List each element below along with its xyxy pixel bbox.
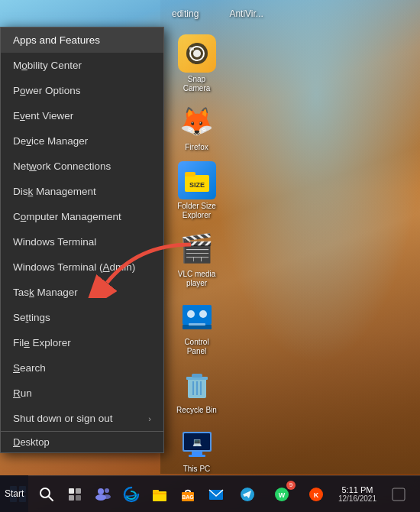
clock-date: 12/16/2021 [338, 494, 376, 503]
svg-text:W: W [279, 491, 286, 499]
edge-button[interactable] [119, 479, 144, 510]
folder-size-explorer-icon: SIZE [178, 161, 216, 199]
telegram-icon[interactable] [232, 479, 263, 510]
desktop-icon-vlc[interactable]: 🎬 VLC mediaplayer [168, 229, 225, 288]
firefox-label: Firefox [185, 143, 208, 152]
start-label: Start [0, 475, 28, 512]
shut-down-arrow: › [148, 414, 151, 423]
whatsapp-icon[interactable]: W 9 [267, 479, 297, 510]
svg-point-24 [40, 488, 50, 497]
context-menu: Apps and Features Mobility Center Power … [0, 27, 164, 453]
folder-size-explorer-label: Folder SizeExplorer [177, 202, 216, 220]
menu-item-shut-down[interactable]: Shut down or sign out › [1, 406, 163, 431]
menu-item-settings[interactable]: Settings [1, 305, 163, 330]
svg-rect-26 [69, 488, 74, 494]
menu-item-windows-terminal-admin[interactable]: Windows Terminal (Admin) [1, 254, 163, 280]
menu-item-task-manager[interactable]: Task Manager [1, 280, 163, 305]
menu-item-search[interactable]: Search [1, 355, 163, 381]
system-tray: W 9 K 5:11 PM 12/16/2021 [232, 479, 414, 510]
menu-item-network-connections[interactable]: Network Connections [1, 154, 163, 179]
menu-item-windows-terminal[interactable]: Windows Terminal [1, 229, 163, 254]
menu-item-event-viewer[interactable]: Event Viewer [1, 103, 163, 128]
menu-item-power-options[interactable]: Power Options [1, 78, 163, 103]
menu-item-desktop[interactable]: Desktop [1, 431, 163, 452]
svg-rect-35 [153, 490, 159, 493]
vlc-label: VLC mediaplayer [178, 270, 215, 288]
svg-point-9 [187, 310, 195, 318]
app-icon-1[interactable]: K [301, 479, 331, 510]
notification-center-button[interactable] [383, 479, 414, 510]
editing-text: editing [172, 8, 199, 19]
antivir-text: AntiVir... [229, 8, 263, 19]
notification-badge: 9 [286, 481, 296, 490]
svg-rect-5 [185, 172, 195, 177]
this-pc-label: This PC [183, 465, 211, 474]
menu-item-computer-management[interactable]: Computer Management [1, 204, 163, 229]
svg-text:💻: 💻 [192, 437, 202, 447]
desktop-icon-firefox[interactable]: 🦊 Firefox [168, 102, 225, 152]
clock-time: 5:11 PM [341, 485, 373, 494]
menu-item-disk-management[interactable]: Disk Management [1, 179, 163, 204]
menu-item-mobility-center[interactable]: Mobility Center [1, 53, 163, 78]
svg-rect-14 [192, 374, 202, 378]
svg-rect-28 [69, 495, 74, 501]
file-explorer-button[interactable] [147, 479, 173, 510]
store-button[interactable]: BAG [176, 479, 201, 510]
menu-item-apps-and-features[interactable]: Apps and Features [1, 28, 163, 53]
svg-point-2 [193, 50, 201, 57]
svg-text:SIZE: SIZE [189, 181, 204, 189]
firefox-icon: 🦊 [178, 102, 216, 141]
svg-rect-27 [76, 488, 81, 494]
desktop-icon-snap-camera[interactable]: SnapCamera [168, 34, 225, 93]
desktop-icon-recycle-bin[interactable]: Recycle Bin [168, 365, 225, 415]
this-pc-icon: 💻 [178, 424, 216, 462]
control-panel-label: ControlPanel [184, 338, 208, 356]
vlc-icon: 🎬 [178, 229, 216, 267]
desktop-icon-this-pc[interactable]: 💻 This PC [168, 424, 225, 474]
teams-button[interactable] [91, 479, 116, 510]
svg-rect-45 [393, 488, 405, 501]
system-clock[interactable]: 5:11 PM 12/16/2021 [335, 485, 380, 503]
taskbar: BAG W 9 K [0, 475, 420, 512]
menu-item-run[interactable]: Run [1, 381, 163, 406]
recycle-bin-label: Recycle Bin [176, 406, 217, 415]
svg-rect-7 [183, 305, 212, 325]
svg-rect-29 [76, 495, 81, 501]
svg-rect-11 [189, 323, 205, 326]
menu-item-file-explorer[interactable]: File Explorer [1, 330, 163, 355]
svg-point-10 [199, 310, 207, 318]
desktop-icons: SnapCamera 🦊 Firefox SIZE Folder SizeExp… [164, 31, 229, 478]
menu-item-device-manager[interactable]: Device Manager [1, 128, 163, 154]
svg-point-30 [98, 488, 104, 494]
mail-button[interactable] [204, 479, 229, 510]
snap-camera-label: SnapCamera [183, 75, 211, 93]
svg-rect-20 [189, 455, 205, 457]
top-text-area: editing AntiVir... [160, 0, 420, 27]
svg-point-33 [103, 494, 111, 499]
svg-text:BAG: BAG [183, 494, 195, 500]
svg-rect-3 [189, 47, 194, 50]
svg-point-31 [105, 488, 109, 493]
svg-rect-36 [153, 493, 166, 494]
control-panel-icon [178, 297, 216, 335]
search-button[interactable] [34, 479, 60, 510]
svg-text:K: K [314, 491, 319, 499]
recycle-bin-icon [178, 365, 216, 403]
desktop-icon-control-panel[interactable]: ControlPanel [168, 297, 225, 356]
task-view-button[interactable] [63, 479, 88, 510]
snap-camera-icon [178, 34, 216, 73]
desktop-icon-folder-size-explorer[interactable]: SIZE Folder SizeExplorer [168, 161, 225, 220]
svg-line-25 [49, 497, 53, 501]
